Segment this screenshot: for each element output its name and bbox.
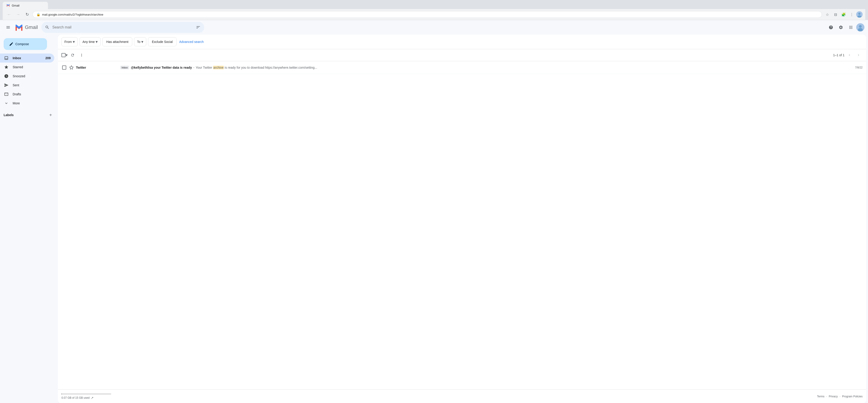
email-sender: Twitter (76, 66, 117, 69)
help-button[interactable] (827, 23, 835, 32)
settings-button[interactable] (836, 23, 845, 32)
select-all-arrow-icon[interactable]: ▾ (66, 53, 68, 58)
starred-label: Starred (13, 65, 51, 69)
tab-bar: Gmail (3, 2, 865, 9)
email-star-button[interactable] (69, 65, 74, 70)
sidebar-item-snoozed[interactable]: Snoozed (0, 72, 54, 81)
storage-used-text: 0.07 GB of 15 GB used (61, 396, 90, 399)
exclude-social-filter[interactable]: Exclude Social (148, 37, 177, 46)
email-dash: - (193, 66, 194, 69)
storage-bar (61, 393, 62, 395)
advanced-search-link[interactable]: Advanced search (179, 40, 204, 43)
browser-actions: ☆ ⊟ 🧩 ⋮ (824, 11, 863, 18)
browser-chrome: Gmail ← → ↻ 🔒 mail.google.com/mail/u/2/?… (0, 0, 868, 20)
apps-icon (848, 25, 853, 30)
search-input[interactable] (52, 25, 193, 29)
inbox-icon (4, 56, 9, 60)
gmail-favicon-icon (6, 4, 10, 7)
refresh-button[interactable] (68, 51, 76, 59)
sidebar-item-starred[interactable]: Starred (0, 63, 54, 72)
select-all-checkbox[interactable] (61, 53, 66, 57)
labels-title: Labels (4, 113, 13, 117)
footer-separator-1: · (826, 395, 827, 398)
hamburger-menu-button[interactable] (4, 23, 13, 32)
back-button[interactable]: ← (5, 11, 13, 18)
sent-label: Sent (13, 83, 51, 87)
gmail-header: Gmail (0, 20, 868, 35)
to-filter-arrow-icon: ▾ (141, 39, 143, 44)
snoozed-label: Snoozed (13, 74, 51, 78)
privacy-link[interactable]: Privacy (829, 395, 838, 398)
settings-icon (839, 25, 843, 30)
inbox-label: Inbox (13, 56, 42, 60)
gmail-text: Gmail (25, 24, 38, 30)
sidebar-item-inbox[interactable]: Inbox 209 (0, 54, 54, 63)
select-all-checkbox-group: ▾ (61, 53, 68, 58)
reload-button[interactable]: ↻ (24, 11, 31, 18)
sent-icon (4, 83, 9, 88)
refresh-icon (70, 53, 74, 57)
email-checkbox[interactable] (62, 66, 66, 70)
browser-menu-button[interactable]: ⋮ (848, 11, 855, 18)
to-filter[interactable]: To ▾ (134, 37, 146, 46)
email-footer: 0.07 GB of 15 GB used ↗ Terms · Privacy … (58, 390, 866, 403)
more-label: More (13, 101, 51, 105)
labels-section: Labels + (0, 108, 58, 121)
pagination: 1–1 of 1 (833, 51, 863, 59)
search-icon (45, 25, 50, 30)
terms-link[interactable]: Terms (817, 395, 825, 398)
bookmark-button[interactable]: ☆ (824, 11, 831, 18)
has-attachment-filter[interactable]: Has attachment (102, 37, 132, 46)
star-icon (4, 65, 9, 69)
footer-separator-2: · (839, 395, 840, 398)
more-chevron-icon (4, 101, 9, 105)
from-filter-label: From (64, 40, 72, 43)
email-list: Twitter Inbox @kellybethlisa your Twitte… (58, 61, 866, 390)
tab-search-button[interactable]: ⊟ (832, 11, 839, 18)
browser-profile-avatar[interactable] (856, 11, 863, 18)
svg-point-4 (859, 25, 862, 28)
gmail-logo-icon (14, 24, 24, 31)
browser-nav: ← → ↻ 🔒 mail.google.com/mail/u/2/?ogbl#s… (3, 9, 865, 20)
svg-point-1 (858, 13, 861, 15)
user-avatar[interactable] (856, 23, 864, 31)
sidebar-item-sent[interactable]: Sent (0, 81, 54, 90)
anytime-filter[interactable]: Any time ▾ (80, 37, 101, 46)
forward-button[interactable]: → (14, 11, 22, 18)
table-row[interactable]: Twitter Inbox @kellybethlisa your Twitte… (58, 61, 866, 74)
extension-button[interactable]: 🧩 (840, 11, 847, 18)
help-icon (829, 25, 833, 30)
email-subject: @kellybethlisa your Twitter data is read… (131, 66, 192, 69)
anytime-filter-arrow-icon: ▾ (96, 39, 98, 44)
address-text: mail.google.com/mail/u/2/?ogbl#search/ar… (42, 13, 103, 16)
anytime-filter-label: Any time (83, 40, 95, 43)
apps-button[interactable] (846, 23, 855, 32)
storage-text: 0.07 GB of 15 GB used ↗ (61, 396, 111, 400)
compose-label: Compose (16, 42, 29, 46)
security-lock-icon: 🔒 (36, 13, 40, 16)
drafts-label: Drafts (13, 92, 51, 96)
email-checkbox-container (61, 65, 67, 70)
storage-external-link-icon[interactable]: ↗ (91, 396, 94, 400)
sidebar-item-more[interactable]: More (0, 99, 54, 108)
has-attachment-label: Has attachment (106, 40, 128, 43)
email-toolbar: ▾ 1–1 of 1 (58, 49, 866, 61)
gmail-container: Gmail (0, 20, 868, 403)
active-tab[interactable]: Gmail (3, 2, 48, 9)
storage-section: 0.07 GB of 15 GB used ↗ (61, 393, 111, 400)
gmail-logo: Gmail (14, 24, 38, 31)
program-policies-link[interactable]: Program Policies (842, 395, 863, 398)
search-options-icon[interactable] (196, 25, 200, 30)
more-toolbar-button[interactable] (78, 51, 86, 59)
add-label-button[interactable]: + (47, 111, 54, 119)
compose-button[interactable]: Compose (4, 38, 47, 50)
address-bar[interactable]: 🔒 mail.google.com/mail/u/2/?ogbl#search/… (33, 11, 822, 18)
sidebar-item-drafts[interactable]: Drafts (0, 90, 54, 99)
more-vert-icon (80, 53, 84, 57)
from-filter[interactable]: From ▾ (61, 37, 78, 46)
compose-icon (9, 42, 13, 46)
next-page-button[interactable] (855, 51, 863, 59)
search-bar[interactable] (41, 22, 204, 33)
next-page-icon (857, 53, 861, 57)
prev-page-button[interactable] (845, 51, 854, 59)
